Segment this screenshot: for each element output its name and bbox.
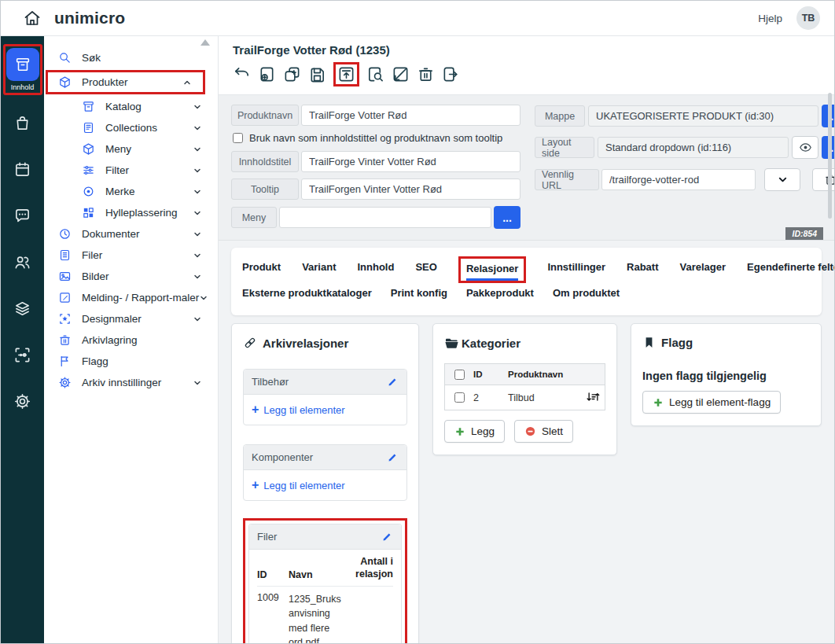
nav-label: Designmaler xyxy=(82,313,193,325)
rail-item-innhold[interactable]: Innhold xyxy=(6,48,39,91)
edit-pencil-icon[interactable] xyxy=(387,451,399,463)
tab-varelager[interactable]: Varelager xyxy=(680,261,726,280)
user-avatar[interactable]: TB xyxy=(796,6,820,30)
tab-innhold[interactable]: Innhold xyxy=(357,261,394,280)
nav-item-merke[interactable]: Merke xyxy=(44,181,213,202)
mappe-label: Mappe xyxy=(535,105,585,127)
sort-order-icon[interactable] xyxy=(585,390,600,405)
plus-icon xyxy=(454,426,465,437)
undo-button[interactable] xyxy=(233,65,251,83)
chevron-down-icon xyxy=(199,293,208,303)
select-all-checkbox[interactable] xyxy=(454,370,465,380)
nav-item-katalog[interactable]: Katalog xyxy=(44,96,213,117)
tab-eksterne-produktkataloger[interactable]: Eksterne produktkataloger xyxy=(242,287,372,306)
nav-label: Filer xyxy=(82,249,193,261)
panel-title: Tilbehør xyxy=(252,376,289,388)
relations-cards-row: Arkivrelasjoner Tilbehør +Legg til eleme… xyxy=(219,315,834,644)
layout-side-input[interactable] xyxy=(598,137,789,158)
nav-item-arkivlagring[interactable]: Arkivlagring xyxy=(44,329,213,351)
meny-input[interactable] xyxy=(279,207,491,228)
legg-button[interactable]: Legg xyxy=(444,420,505,443)
annotation-box-innhold: Innhold xyxy=(3,44,42,95)
chevron-down-icon xyxy=(193,315,202,324)
publish-button[interactable] xyxy=(337,65,355,83)
deselect-button[interactable] xyxy=(392,65,410,83)
rail-item-people[interactable] xyxy=(13,253,31,271)
nav-item-sok[interactable]: Søk xyxy=(44,47,213,68)
rail-item-calendar[interactable] xyxy=(13,160,31,178)
tooltip-input[interactable] xyxy=(301,178,520,200)
vertical-scrollbar-thumb[interactable] xyxy=(828,93,832,219)
tab-print-konfig[interactable]: Print konfig xyxy=(391,287,447,306)
rail-item-chat[interactable] xyxy=(13,207,31,225)
delete-icon xyxy=(417,65,435,83)
chevron-down-icon xyxy=(193,187,202,197)
export-button[interactable] xyxy=(442,65,460,83)
toolbar xyxy=(233,62,820,86)
archive-box-icon xyxy=(6,48,39,81)
nav-item-produkter[interactable]: Produkter xyxy=(48,72,203,92)
kategorier-row[interactable]: 2 Tilbud xyxy=(445,385,605,410)
nav-item-maler[interactable]: Melding- / Rapport-maler xyxy=(44,287,213,308)
nav-item-filter[interactable]: Filter xyxy=(44,160,213,181)
rail-item-layers[interactable] xyxy=(13,300,31,318)
annotation-box-relasjoner: Relasjoner xyxy=(458,256,526,283)
tab-om-produktet[interactable]: Om produktet xyxy=(553,287,620,306)
tab-seo[interactable]: SEO xyxy=(415,261,436,280)
bruk-navn-checkbox[interactable] xyxy=(233,133,243,143)
rail-item-integrations[interactable] xyxy=(13,346,31,364)
layout-preview-button[interactable] xyxy=(792,136,818,159)
nav-item-designmaler[interactable]: Designmaler xyxy=(44,308,213,329)
kategorier-card: Kategorier ID Produktnavn 2 Tilbud xyxy=(432,323,617,455)
col-antall: Antall i relasjon xyxy=(348,556,393,580)
edit-pencil-icon[interactable] xyxy=(387,376,399,388)
filer-table-row[interactable]: 1009 1235_Bruksanvisning med flere ord.p… xyxy=(257,586,393,644)
col-navn: Navn xyxy=(289,569,348,580)
tab-egendefinerte-felter[interactable]: Egendefinerte felter xyxy=(747,261,834,280)
new-item-button[interactable] xyxy=(258,65,276,83)
innholdstitel-input[interactable] xyxy=(301,151,520,172)
image-icon xyxy=(58,270,72,283)
bin-icon xyxy=(58,333,72,347)
nav-item-filer[interactable]: Filer xyxy=(44,245,213,266)
help-link[interactable]: Hjelp xyxy=(758,13,782,24)
home-icon[interactable] xyxy=(23,9,42,28)
nav-item-meny[interactable]: Meny xyxy=(44,138,213,160)
meny-more-button[interactable]: ... xyxy=(494,206,520,229)
tooltip-label: Tooltip xyxy=(231,178,299,200)
nav-label: Hylleplassering xyxy=(105,207,193,219)
tab-relasjoner-active[interactable]: Relasjoner xyxy=(466,263,518,281)
chevron-up-icon xyxy=(182,78,192,87)
nav-item-arkiv-innstillinger[interactable]: Arkiv innstillinger xyxy=(44,372,213,393)
duplicate-button[interactable] xyxy=(283,65,301,83)
tab-rabatt[interactable]: Rabatt xyxy=(627,261,658,280)
row-checkbox[interactable] xyxy=(454,392,465,403)
mappe-input[interactable] xyxy=(588,105,818,127)
edit-pencil-icon[interactable] xyxy=(381,531,393,543)
add-elements-link[interactable]: +Legg til elementer xyxy=(252,480,345,491)
nav-item-flagg[interactable]: Flagg xyxy=(44,351,213,372)
vennlig-url-input[interactable] xyxy=(601,169,756,190)
tab-variant[interactable]: Variant xyxy=(302,261,336,280)
slett-button[interactable]: Slett xyxy=(514,420,573,443)
rail-item-shop[interactable] xyxy=(13,114,31,132)
preview-button[interactable] xyxy=(366,65,384,83)
save-button[interactable] xyxy=(308,65,326,83)
delete-button[interactable] xyxy=(417,65,435,83)
nav-scroll-up-icon[interactable] xyxy=(200,39,210,46)
produktnavn-input[interactable] xyxy=(301,105,520,126)
add-elements-link[interactable]: +Legg til elementer xyxy=(252,404,345,416)
tab-innstillinger[interactable]: Innstillinger xyxy=(547,261,605,280)
tab-produkt[interactable]: Produkt xyxy=(242,261,281,280)
annotation-box-filer: Filer ID Navn Antall i relasjon xyxy=(243,518,407,644)
nav-item-collections[interactable]: Collections xyxy=(44,117,213,138)
nav-item-dokumenter[interactable]: Dokumenter xyxy=(44,223,213,245)
vennlig-url-expand-button[interactable] xyxy=(764,168,800,191)
nav-item-bilder[interactable]: Bilder xyxy=(44,266,213,287)
nav-item-hylleplassering[interactable]: Hylleplassering xyxy=(44,202,213,223)
add-element-flag-button[interactable]: Legg til element-flagg xyxy=(642,391,781,414)
tab-pakkeprodukt[interactable]: Pakkeprodukt xyxy=(466,287,534,306)
rail-item-settings[interactable] xyxy=(13,392,31,410)
undo-icon xyxy=(233,65,251,83)
main-content: TrailForge Votter Rød (1235) xyxy=(219,36,834,644)
